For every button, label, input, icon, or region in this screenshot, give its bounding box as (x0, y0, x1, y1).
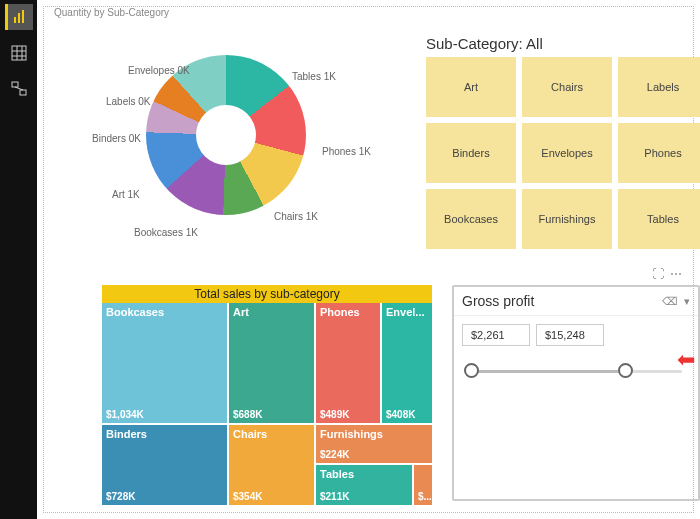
slicer-item-binders[interactable]: Binders (426, 123, 516, 183)
gross-profit-title: Gross profit (462, 293, 534, 309)
treemap-binders[interactable]: Binders$728K (102, 425, 227, 505)
gross-profit-min-input[interactable]: $2,261 (462, 324, 530, 346)
report-page: Quantity by Sub-Category Tables 1K Phone… (43, 6, 694, 513)
treemap-visual[interactable]: Bookcases$1,034K Binders$728K Art$688K C… (102, 303, 432, 505)
treemap-tables[interactable]: Tables$211K (316, 465, 412, 505)
slider-handle-min[interactable] (464, 363, 479, 378)
treemap-bookcases[interactable]: Bookcases$1,034K (102, 303, 227, 423)
treemap-envelopes[interactable]: Envel...$408K (382, 303, 432, 423)
nav-rail (0, 0, 37, 519)
donut-chart-visual[interactable]: Tables 1K Phones 1K Chairs 1K Bookcases … (74, 41, 414, 271)
treemap-phones[interactable]: Phones$489K (316, 303, 380, 423)
donut-label-binders: Binders 0K (92, 133, 141, 144)
more-options-icon[interactable]: ⋯ (670, 267, 682, 281)
svg-rect-8 (12, 82, 18, 87)
donut-label-tables: Tables 1K (292, 71, 336, 82)
visual-title: Quantity by Sub-Category (52, 7, 171, 18)
svg-rect-3 (12, 46, 26, 60)
slicer-item-art[interactable]: Art (426, 57, 516, 117)
treemap-art[interactable]: Art$688K (229, 303, 314, 423)
svg-line-10 (15, 87, 23, 90)
data-view-icon[interactable] (5, 40, 33, 66)
focus-mode-icon[interactable]: ⛶ (652, 267, 664, 281)
slicer-item-bookcases[interactable]: Bookcases (426, 189, 516, 249)
gross-profit-slicer[interactable]: Gross profit ⌫ ▾ $2,261 $15,248 (452, 285, 700, 501)
report-view-icon[interactable] (5, 4, 33, 30)
gross-profit-max-input[interactable]: $15,248 (536, 324, 604, 346)
donut-label-envelopes: Envelopes 0K (128, 65, 190, 76)
svg-rect-0 (14, 17, 16, 23)
donut-chart (146, 55, 306, 215)
slicer-grid: Art Chairs Labels Binders Envelopes Phon… (426, 57, 700, 249)
treemap-title: Total sales by sub-category (102, 285, 432, 303)
donut-label-labels: Labels 0K (106, 96, 150, 107)
donut-label-bookcases: Bookcases 1K (134, 227, 198, 238)
donut-label-art: Art 1K (112, 189, 140, 200)
svg-rect-2 (22, 10, 24, 23)
report-canvas: Quantity by Sub-Category Tables 1K Phone… (37, 0, 700, 519)
chevron-down-icon[interactable]: ▾ (684, 295, 690, 308)
slicer-item-labels[interactable]: Labels (618, 57, 700, 117)
slider-handle-max[interactable] (618, 363, 633, 378)
treemap-chairs[interactable]: Chairs$354K (229, 425, 314, 505)
donut-label-phones: Phones 1K (322, 146, 371, 157)
slicer-item-phones[interactable]: Phones (618, 123, 700, 183)
annotation-arrow-icon: ⬅ (677, 347, 695, 373)
svg-rect-9 (20, 90, 26, 95)
slicer-item-tables[interactable]: Tables (618, 189, 700, 249)
model-view-icon[interactable] (5, 76, 33, 102)
clear-selection-icon[interactable]: ⌫ (662, 295, 678, 308)
treemap-other[interactable]: $... (414, 465, 432, 505)
slicer-title: Sub-Category: All (426, 35, 543, 52)
gross-profit-slider[interactable] (470, 362, 682, 380)
donut-label-chairs: Chairs 1K (274, 211, 318, 222)
slicer-item-chairs[interactable]: Chairs (522, 57, 612, 117)
slicer-item-envelopes[interactable]: Envelopes (522, 123, 612, 183)
slicer-item-furnishings[interactable]: Furnishings (522, 189, 612, 249)
treemap-furnishings[interactable]: Furnishings$224K (316, 425, 432, 463)
svg-rect-1 (18, 13, 20, 23)
visual-header-icons: ⛶ ⋯ (652, 267, 682, 281)
